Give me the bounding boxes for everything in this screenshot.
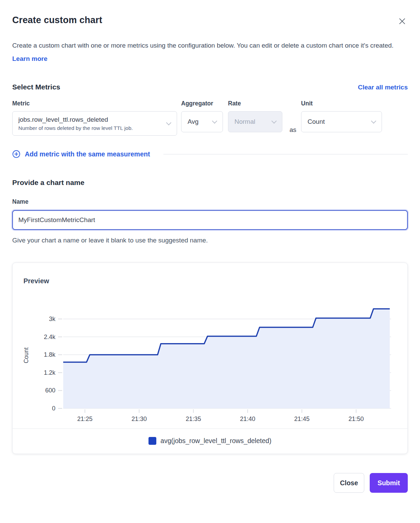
divider — [163, 154, 408, 154]
preview-heading: Preview — [13, 277, 407, 285]
close-button[interactable]: Close — [334, 473, 364, 493]
aggregator-select-value: Avg — [188, 118, 198, 125]
learn-more-link[interactable]: Learn more — [12, 55, 47, 62]
svg-text:0: 0 — [52, 405, 55, 412]
submit-button[interactable]: Submit — [370, 473, 408, 493]
legend-swatch — [148, 437, 156, 445]
unit-select[interactable]: Count — [301, 111, 382, 132]
close-icon[interactable] — [397, 16, 408, 28]
add-metric-row: Add metric with the same measurement — [12, 150, 408, 158]
svg-text:21:25: 21:25 — [77, 416, 92, 422]
description-text: Create a custom chart with one or more m… — [12, 42, 393, 49]
modal-footer: Close Submit — [12, 473, 408, 506]
chevron-down-icon — [212, 118, 217, 124]
chart-name-heading: Provide a chart name — [12, 179, 408, 187]
clear-all-metrics-link[interactable]: Clear all metrics — [358, 84, 408, 91]
name-helper-text: Give your chart a name or leave it blank… — [12, 237, 408, 244]
select-metrics-header-row: Select Metrics Clear all metrics — [12, 83, 408, 91]
add-metric-button[interactable]: Add metric with the same measurement — [12, 150, 150, 158]
unit-select-value: Count — [308, 118, 325, 125]
metric-config-row: Metric jobs.row_level_ttl.rows_deleted N… — [12, 100, 408, 136]
svg-text:21:35: 21:35 — [186, 416, 201, 422]
rate-select: Normal — [228, 111, 282, 132]
chart-legend: avg(jobs_row_level_ttl_rows_deleted) — [13, 429, 407, 454]
svg-text:21:30: 21:30 — [132, 416, 147, 422]
aggregator-select[interactable]: Avg — [181, 111, 223, 132]
plus-circle-icon — [12, 150, 20, 158]
metric-label: Metric — [12, 100, 177, 107]
svg-text:1.2k: 1.2k — [44, 369, 56, 376]
chevron-down-icon — [166, 120, 172, 125]
create-custom-chart-modal: Create custom chart Create a custom char… — [0, 0, 420, 506]
svg-text:600: 600 — [45, 387, 55, 394]
svg-text:1.8k: 1.8k — [44, 351, 56, 358]
metric-select[interactable]: jobs.row_level_ttl.rows_deleted Number o… — [12, 111, 177, 136]
aggregator-field: Aggregator Avg — [181, 100, 223, 132]
preview-card: Preview 06001.2k1.8k2.4k3k21:2521:3021:3… — [12, 263, 408, 454]
svg-text:Count: Count — [23, 348, 30, 364]
name-label: Name — [12, 198, 408, 205]
preview-chart-svg: 06001.2k1.8k2.4k3k21:2521:3021:3521:4021… — [13, 286, 407, 426]
metric-field: Metric jobs.row_level_ttl.rows_deleted N… — [12, 100, 177, 136]
rate-field: Rate Normal — [228, 100, 282, 132]
rate-select-value: Normal — [234, 118, 255, 125]
chart-name-input[interactable] — [12, 210, 408, 230]
add-metric-label: Add metric with the same measurement — [25, 150, 150, 158]
chevron-down-icon — [272, 118, 277, 124]
svg-text:3k: 3k — [49, 316, 56, 322]
svg-text:21:45: 21:45 — [294, 416, 310, 422]
chevron-down-icon — [371, 118, 377, 124]
metric-select-description: Number of rows deleted by the row level … — [18, 125, 133, 131]
close-x-glyph — [399, 18, 406, 25]
modal-header: Create custom chart — [12, 0, 408, 28]
svg-text:2.4k: 2.4k — [44, 334, 56, 340]
unit-field: Unit Count — [301, 100, 382, 132]
svg-text:21:40: 21:40 — [240, 416, 255, 422]
modal-description: Create a custom chart with one or more m… — [12, 39, 403, 65]
rate-label: Rate — [228, 100, 282, 107]
legend-label: avg(jobs_row_level_ttl_rows_deleted) — [160, 437, 271, 445]
preview-chart: 06001.2k1.8k2.4k3k21:2521:3021:3521:4021… — [13, 286, 407, 427]
page-title: Create custom chart — [12, 15, 102, 26]
select-metrics-heading: Select Metrics — [12, 83, 60, 91]
svg-text:21:50: 21:50 — [349, 416, 364, 422]
metric-select-value: jobs.row_level_ttl.rows_deleted — [18, 116, 108, 123]
as-label: as — [290, 126, 296, 134]
aggregator-label: Aggregator — [181, 100, 223, 107]
unit-label: Unit — [301, 100, 382, 107]
